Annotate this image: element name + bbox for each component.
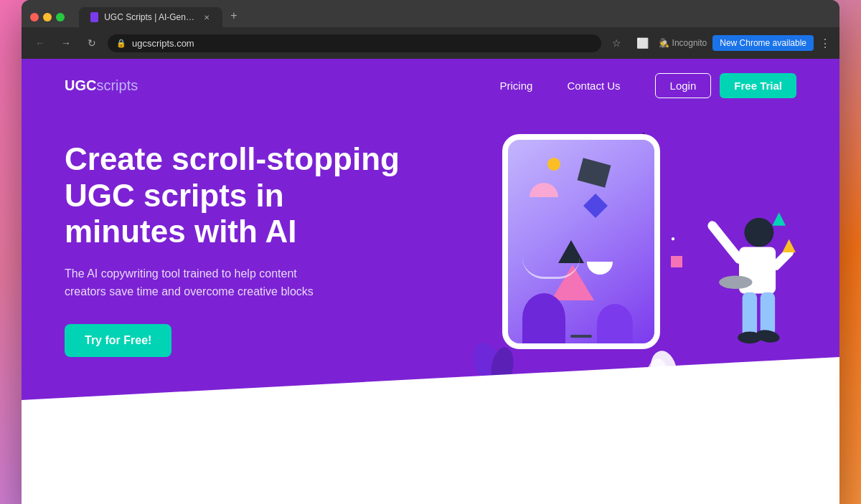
- home-indicator: [570, 335, 592, 338]
- hero-subtitle: The AI copywriting tool trained to help …: [65, 265, 337, 301]
- svg-line-3: [776, 252, 789, 266]
- browser-titlebar: UGC Scripts | AI-Generated ... ✕ +: [22, 0, 839, 27]
- contact-link[interactable]: Contact Us: [567, 80, 620, 92]
- url-text: ugcscripts.com: [132, 38, 194, 49]
- more-menu-button[interactable]: ⋮: [819, 37, 831, 50]
- toolbar-actions: ☆ ⬜ 🕵 Incognito New Chrome available ⋮: [607, 33, 831, 53]
- svg-rect-7: [761, 293, 775, 336]
- tab-title: UGC Scripts | AI-Generated ...: [104, 12, 196, 22]
- new-tab-button[interactable]: +: [225, 7, 243, 24]
- hero-bottom-wave: [22, 357, 839, 429]
- browser-toolbar: ← → ↻ 🔒 ugcscripts.com ☆ ⬜ 🕵 Incognito N…: [22, 27, 839, 59]
- shape-diamond: [583, 194, 608, 218]
- dot-decoration: ●: [671, 234, 675, 242]
- incognito-badge: 🕵 Incognito: [659, 38, 707, 48]
- decoration-circle: [671, 256, 682, 267]
- lock-icon: 🔒: [116, 39, 126, 48]
- site-header: UGCscripts Pricing Contact Us Login Free…: [22, 59, 839, 113]
- logo-ugc: UGC: [65, 77, 96, 93]
- logo-scripts: scripts: [96, 77, 138, 93]
- bookmark-icon[interactable]: ☆: [607, 33, 627, 53]
- bush-right: [597, 304, 633, 343]
- try-free-button[interactable]: Try for Free!: [65, 324, 171, 357]
- browser-window: UGC Scripts | AI-Generated ... ✕ + ← → ↻…: [22, 0, 839, 504]
- hero-text: Create scroll-stopping UGC scripts in mi…: [65, 141, 409, 357]
- hero-illustration: + ●: [466, 120, 796, 392]
- maximize-button[interactable]: [56, 13, 65, 22]
- pricing-link[interactable]: Pricing: [500, 80, 533, 92]
- cast-icon[interactable]: ⬜: [633, 33, 653, 53]
- hero-title: Create scroll-stopping UGC scripts in mi…: [65, 141, 409, 250]
- header-buttons: Login Free Trial: [655, 73, 796, 98]
- browser-chrome: UGC Scripts | AI-Generated ... ✕ + ← → ↻…: [22, 0, 839, 59]
- incognito-label: Incognito: [672, 38, 707, 48]
- active-tab[interactable]: UGC Scripts | AI-Generated ... ✕: [79, 7, 222, 27]
- white-section: [22, 429, 839, 504]
- forward-button[interactable]: →: [56, 33, 76, 53]
- tab-close-icon[interactable]: ✕: [202, 11, 211, 23]
- traffic-lights: [30, 13, 65, 22]
- close-button[interactable]: [30, 13, 39, 22]
- svg-point-5: [719, 276, 752, 290]
- tab-bar: UGC Scripts | AI-Generated ... ✕ +: [79, 7, 831, 27]
- svg-line-2: [712, 226, 739, 259]
- login-button[interactable]: Login: [655, 73, 712, 98]
- shape-rect1: [578, 158, 611, 187]
- back-button[interactable]: ←: [30, 33, 50, 53]
- svg-point-9: [755, 328, 781, 344]
- main-nav: Pricing Contact Us: [500, 80, 621, 92]
- tab-favicon: [90, 12, 98, 22]
- address-bar[interactable]: 🔒 ugcscripts.com: [108, 34, 601, 52]
- refresh-button[interactable]: ↻: [82, 33, 102, 53]
- shape-circle1: [547, 158, 560, 171]
- site-logo[interactable]: UGCscripts: [65, 77, 138, 94]
- website-content: UGCscripts Pricing Contact Us Login Free…: [22, 59, 839, 504]
- hero-section: Create scroll-stopping UGC scripts in mi…: [22, 113, 839, 429]
- incognito-icon: 🕵: [659, 38, 669, 48]
- minimize-button[interactable]: [43, 13, 52, 22]
- svg-marker-4: [782, 239, 796, 252]
- bush-left: [522, 293, 565, 343]
- svg-point-0: [744, 218, 773, 247]
- phone-illustration: [502, 134, 660, 349]
- new-chrome-button[interactable]: New Chrome available: [712, 35, 814, 51]
- free-trial-button[interactable]: Free Trial: [720, 73, 796, 98]
- shape-pink-arc: [530, 183, 558, 197]
- svg-marker-10: [772, 212, 786, 226]
